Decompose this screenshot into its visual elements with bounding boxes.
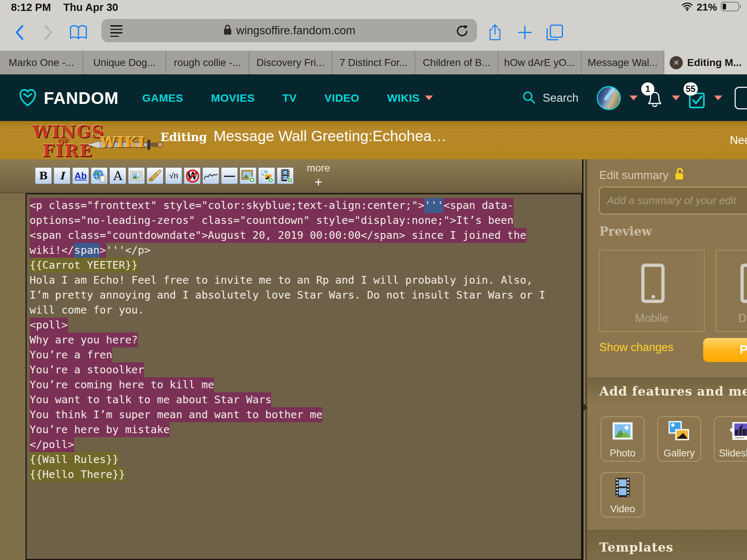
- messages-button[interactable]: 55: [689, 88, 705, 109]
- code-line[interactable]: <poll>: [30, 318, 581, 332]
- embedded-image-button[interactable]: [128, 167, 145, 184]
- help-link[interactable]: Nee: [730, 134, 747, 147]
- tab-label: Discovery Fri...: [256, 57, 325, 69]
- browser-tab[interactable]: Discovery Fri...: [249, 51, 332, 74]
- open-padlock-icon: [673, 167, 686, 183]
- mobile-preview-button[interactable]: Mobile: [599, 250, 705, 332]
- browser-tab-active[interactable]: ✕ Editing M...: [664, 51, 747, 74]
- horizontal-line-button[interactable]: —: [221, 167, 238, 184]
- bold-button[interactable]: B: [35, 167, 52, 184]
- forward-button[interactable]: [39, 23, 58, 42]
- more-tools-button[interactable]: more +: [302, 162, 335, 190]
- code-line[interactable]: options="no-leading-zeros" class="countd…: [30, 213, 581, 228]
- battery-percent: 21%: [697, 1, 717, 13]
- nav-video[interactable]: VIDEO: [325, 92, 360, 104]
- add-photo-button[interactable]: [240, 167, 256, 184]
- code-line[interactable]: I’m pretty annoying and I absolutely lov…: [30, 288, 581, 303]
- fandom-logo[interactable]: FANDOM: [18, 87, 127, 109]
- browser-tab[interactable]: Message Wal...: [581, 51, 665, 74]
- publish-button-label: P: [740, 343, 747, 357]
- tab-label: Message Wal...: [588, 57, 658, 69]
- reader-view-icon[interactable]: [110, 25, 123, 37]
- ban-icon: [186, 170, 199, 183]
- external-link-button[interactable]: [91, 167, 108, 184]
- code-line[interactable]: <p class="fronttext" style="color:skyblu…: [30, 198, 581, 213]
- publish-button[interactable]: P: [703, 338, 747, 362]
- share-icon[interactable]: [486, 23, 504, 42]
- browser-tab[interactable]: Marko One -...: [0, 51, 83, 74]
- chevron-down-icon[interactable]: [714, 96, 722, 100]
- preview-heading: Preview: [599, 224, 652, 238]
- wiki-logo[interactable]: WINGS OF FIRE WIKI: [32, 122, 152, 159]
- notification-badge: 1: [641, 82, 654, 96]
- start-wiki-button[interactable]: [735, 87, 747, 109]
- source-editor[interactable]: <p class="fronttext" style="color:skyblu…: [26, 193, 582, 560]
- editor-left-gutter: [0, 193, 26, 560]
- show-changes-link[interactable]: Show changes: [599, 341, 673, 354]
- nav-games[interactable]: GAMES: [142, 92, 183, 104]
- code-line[interactable]: Why are you here?: [30, 332, 581, 347]
- chevron-down-icon[interactable]: [672, 96, 680, 100]
- math-formula-button[interactable]: √n: [165, 167, 182, 184]
- browser-toolbar: wingsoffire.fandom.com: [0, 15, 747, 51]
- mobile-label: Mobile: [600, 312, 704, 325]
- photo-label: Photo: [601, 448, 644, 459]
- code-line[interactable]: You’re a fren: [30, 347, 581, 362]
- code-line[interactable]: {{Wall Rules}}: [30, 452, 581, 467]
- add-slideshow-tile[interactable]: Slidesho: [714, 416, 747, 462]
- code-line[interactable]: You want to talk to me about Star Wars: [30, 392, 581, 407]
- code-line[interactable]: You’re a stooolker: [30, 362, 581, 377]
- nav-tv[interactable]: TV: [282, 92, 297, 104]
- bookmarks-icon[interactable]: [69, 23, 88, 42]
- add-photo-tile[interactable]: Photo: [601, 416, 645, 462]
- reload-button[interactable]: [455, 24, 469, 39]
- add-video-tile[interactable]: Video: [601, 472, 645, 517]
- media-file-link-button[interactable]: [147, 167, 163, 184]
- code-line[interactable]: {{Carrot YEETER}}: [30, 258, 581, 273]
- italic-button[interactable]: I: [54, 167, 70, 184]
- status-bar: 8:12 PM Thu Apr 30 21%: [0, 0, 747, 15]
- nav-movies[interactable]: MOVIES: [211, 92, 255, 104]
- user-avatar[interactable]: [597, 86, 621, 110]
- code-line[interactable]: Hola I am Echo! Feel free to invite me t…: [30, 273, 581, 288]
- close-tab-icon[interactable]: ✕: [670, 56, 683, 69]
- chevron-down-icon[interactable]: [630, 96, 638, 100]
- back-button[interactable]: [10, 23, 28, 42]
- browser-tab[interactable]: Unique Dog...: [83, 51, 166, 74]
- more-label: more: [302, 162, 335, 174]
- search-button[interactable]: Search: [522, 90, 578, 106]
- code-line[interactable]: You’re coming here to kill me: [30, 377, 581, 392]
- editor-toolbar: B I Ab A √n W — more +: [0, 159, 587, 193]
- new-tab-icon[interactable]: [516, 23, 534, 42]
- battery-icon: [721, 1, 742, 13]
- add-video-button[interactable]: [277, 167, 294, 184]
- code-line[interactable]: will come for you.: [30, 303, 581, 318]
- add-gallery-button[interactable]: [258, 167, 275, 184]
- code-line[interactable]: wiki!</span>'''</p>: [30, 243, 581, 258]
- add-gallery-tile[interactable]: Gallery: [657, 416, 701, 462]
- code-line[interactable]: You’re here by mistake: [30, 422, 581, 437]
- avatar: [597, 86, 621, 110]
- templates-section-header[interactable]: Templates: [587, 530, 747, 560]
- browser-tab[interactable]: hOw dArE yO...: [498, 51, 581, 74]
- desktop-preview-button[interactable]: D: [716, 250, 747, 332]
- browser-tab[interactable]: Children of B...: [415, 51, 498, 74]
- internal-link-button[interactable]: Ab: [72, 167, 89, 184]
- address-bar[interactable]: wingsoffire.fandom.com: [101, 19, 477, 42]
- signature-button[interactable]: [202, 167, 219, 184]
- nav-wikis[interactable]: WIKIS: [387, 92, 433, 104]
- code-line[interactable]: {{Hello There}}: [30, 467, 581, 482]
- bold-glyph: B: [39, 170, 48, 182]
- code-line[interactable]: <span class="countdowndate">August 20, 2…: [30, 228, 581, 243]
- browser-tab[interactable]: rough collie -...: [166, 51, 249, 74]
- headline-button[interactable]: A: [109, 167, 126, 184]
- edit-summary-input[interactable]: [599, 187, 747, 214]
- logo-wiki-text: WIKI: [100, 133, 146, 151]
- browser-tab[interactable]: 7 Distinct For...: [332, 51, 415, 74]
- fandom-nav: GAMES MOVIES TV VIDEO WIKIS: [142, 92, 433, 104]
- tab-switcher-icon[interactable]: [546, 23, 564, 42]
- code-line[interactable]: You think I’m super mean and want to bot…: [30, 407, 581, 422]
- code-line[interactable]: </poll>: [30, 437, 581, 452]
- nowiki-button[interactable]: W: [184, 167, 201, 184]
- notifications-button[interactable]: 1: [646, 88, 663, 109]
